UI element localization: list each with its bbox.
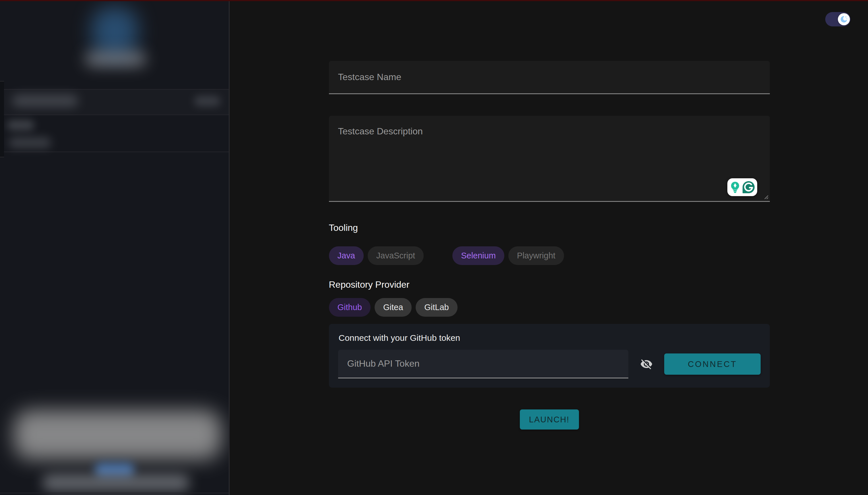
tooling-chips: Java JavaScript Selenium Playwright (329, 246, 770, 265)
sidebar-divider (0, 89, 230, 89)
resize-handle-icon[interactable] (762, 193, 769, 200)
launch-button[interactable]: LAUNCH! (520, 409, 579, 429)
chip-selenium[interactable]: Selenium (452, 246, 504, 265)
sidebar-footer-text-blurred (14, 410, 222, 459)
dark-mode-toggle[interactable] (825, 12, 850, 27)
sidebar-footer-link-blurred[interactable] (95, 463, 134, 477)
grammarly-widget[interactable] (727, 178, 757, 196)
sidebar-divider (0, 152, 230, 152)
sidebar-divider (0, 493, 230, 493)
github-token-input[interactable] (338, 350, 628, 378)
sidebar-item-blurred[interactable] (7, 120, 34, 130)
github-connect-panel: Connect with your GitHub token CONNECT (329, 324, 770, 388)
lightbulb-icon (729, 181, 741, 194)
sidebar-footer-caption-blurred (42, 474, 189, 491)
chip-playwright[interactable]: Playwright (508, 246, 564, 265)
toggle-thumb[interactable] (838, 13, 850, 25)
connect-heading: Connect with your GitHub token (338, 333, 761, 343)
chip-github[interactable]: Github (329, 298, 370, 317)
repository-chips: Github Gitea GitLab (329, 298, 770, 317)
chip-javascript[interactable]: JavaScript (368, 246, 424, 265)
connect-button[interactable]: CONNECT (664, 354, 760, 375)
top-accent-line (0, 0, 868, 1)
eye-off-icon (640, 358, 653, 370)
toggle-token-visibility-button[interactable] (628, 358, 664, 370)
chip-gitea[interactable]: Gitea (375, 298, 412, 317)
sidebar-item-blurred[interactable] (8, 137, 51, 148)
tooling-label: Tooling (329, 223, 770, 233)
moon-stars-icon (839, 15, 848, 23)
chip-gitlab[interactable]: GitLab (416, 298, 457, 317)
main-area: Tooling Java JavaScript Selenium Playwri… (230, 0, 868, 495)
sidebar-logo-blurred (92, 7, 138, 56)
repository-provider-label: Repository Provider (329, 279, 770, 290)
sidebar-divider (0, 115, 230, 115)
chip-java[interactable]: Java (329, 246, 364, 265)
sidebar-list-row[interactable] (4, 89, 230, 115)
testcase-description-textarea[interactable] (329, 116, 770, 202)
sidebar-title-blurred (85, 52, 146, 67)
testcase-name-input[interactable] (329, 61, 770, 94)
sidebar-left-rail (0, 81, 4, 157)
sidebar (0, 0, 230, 495)
grammarly-g-icon (742, 181, 755, 194)
